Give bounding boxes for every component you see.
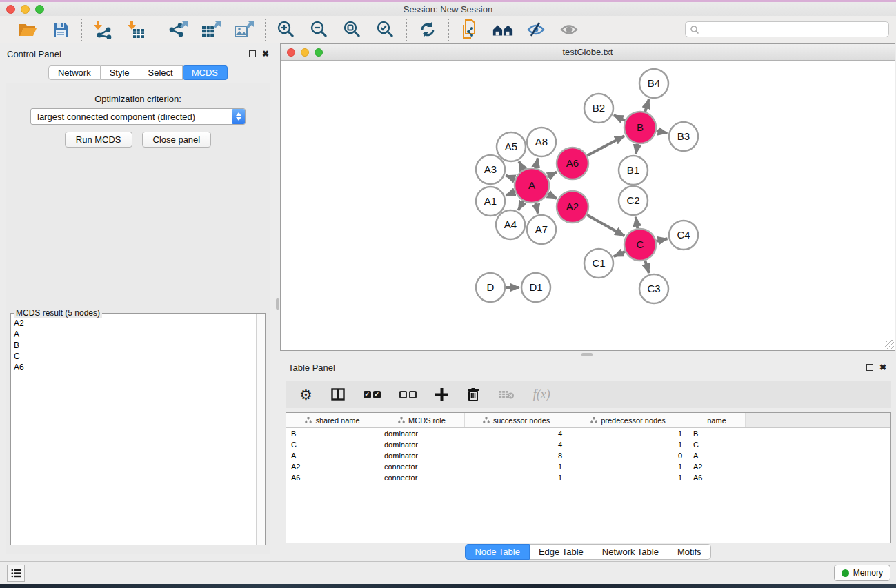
table-cell[interactable]: 1 [568, 474, 688, 482]
export-image-button[interactable] [233, 19, 255, 41]
delete-table-button[interactable] [498, 385, 515, 403]
float-panel-icon[interactable] [249, 50, 256, 57]
table-cell[interactable]: dominator [379, 429, 465, 438]
close-panel-button[interactable]: Close panel [142, 132, 212, 148]
show-all-networks-button[interactable] [492, 19, 514, 41]
show-columns-button[interactable] [331, 385, 345, 403]
close-panel-icon[interactable]: ✖ [262, 50, 269, 58]
graph-node-B4[interactable]: B4 [639, 69, 668, 98]
graph-edge-B-B2[interactable] [614, 115, 626, 121]
tab-network-table[interactable]: Network Table [593, 544, 668, 560]
graph-node-C2[interactable]: C2 [619, 186, 648, 215]
delete-column-button[interactable] [467, 385, 479, 403]
graph-edge-A-A2[interactable] [548, 194, 557, 199]
graph-edge-C-C2[interactable] [636, 217, 638, 229]
close-panel-icon[interactable]: ✖ [879, 363, 886, 372]
tab-select[interactable]: Select [139, 65, 183, 80]
column-header-MCDS-role[interactable]: MCDS role [379, 413, 465, 427]
graph-node-A3[interactable]: A3 [476, 155, 505, 184]
zoom-fit-button[interactable] [341, 19, 364, 41]
save-session-button[interactable] [50, 19, 72, 41]
table-cell[interactable]: A2 [286, 463, 379, 471]
table-cell[interactable]: dominator [379, 440, 465, 449]
table-cell[interactable]: 4 [465, 429, 568, 438]
tab-edge-table[interactable]: Edge Table [530, 544, 593, 560]
network-search-field[interactable] [685, 21, 889, 37]
graph-edge-A-A8[interactable] [536, 158, 538, 168]
table-cell[interactable]: C [688, 440, 746, 449]
zoom-selected-button[interactable] [375, 19, 397, 41]
zoom-out-button[interactable] [308, 19, 330, 41]
export-network-button[interactable] [167, 19, 189, 41]
table-cell[interactable]: 1 [465, 474, 568, 482]
run-mcds-button[interactable]: Run MCDS [65, 132, 132, 148]
graph-edge-B-B1[interactable] [636, 144, 637, 154]
column-header-shared-name[interactable]: shared name [286, 413, 379, 427]
mcds-result-item[interactable]: A6 [14, 362, 252, 373]
import-network-button[interactable] [92, 19, 114, 41]
table-cell[interactable]: 8 [465, 452, 568, 460]
table-cell[interactable]: 1 [465, 463, 568, 471]
graph-node-D[interactable]: D [476, 273, 505, 302]
graph-node-A2[interactable]: A2 [557, 191, 588, 223]
split-divider-handle-horizontal[interactable] [581, 353, 593, 356]
tab-motifs[interactable]: Motifs [668, 544, 711, 560]
graph-edge-A-A4[interactable] [518, 201, 523, 210]
graph-edge-A-A6[interactable] [548, 172, 557, 176]
network-graph[interactable]: AA1A2A3A4A5A6A7A8BB1B2B3B4CC1C2C3C4DD1 [281, 61, 895, 349]
table-settings-button[interactable]: ⚙ [299, 385, 312, 403]
table-cell[interactable]: C [286, 440, 379, 449]
graph-node-D1[interactable]: D1 [521, 273, 550, 302]
graph-node-A5[interactable]: A5 [497, 132, 526, 161]
graph-node-A[interactable]: A [515, 168, 549, 203]
table-cell[interactable]: 1 [568, 429, 688, 438]
criterion-select[interactable]: largest connected component (directed) [30, 108, 246, 125]
table-cell[interactable]: connector [379, 463, 465, 471]
graph-node-B2[interactable]: B2 [584, 94, 613, 123]
table-cell[interactable]: 1 [568, 463, 688, 471]
split-divider-handle-vertical[interactable] [276, 298, 279, 310]
column-header-successor-nodes[interactable]: successor nodes [465, 413, 568, 427]
window-resize-grip[interactable] [885, 340, 894, 349]
tab-node-table[interactable]: Node Table [465, 544, 530, 560]
graph-node-C[interactable]: C [624, 229, 656, 261]
graph-edge-A6-B[interactable] [587, 136, 624, 156]
network-canvas[interactable]: AA1A2A3A4A5A6A7A8BB1B2B3B4CC1C2C3C4DD1 [281, 61, 895, 349]
table-row[interactable]: A6connector11A6 [286, 472, 890, 483]
table-cell[interactable]: A6 [688, 474, 746, 482]
function-builder-button[interactable]: f(x) [533, 385, 550, 403]
float-panel-icon[interactable] [866, 364, 873, 371]
mcds-result-item[interactable]: B [14, 340, 252, 351]
graph-node-A4[interactable]: A4 [496, 210, 525, 239]
search-input[interactable] [699, 23, 884, 36]
mcds-result-item[interactable]: C [14, 351, 252, 362]
mcds-result-list[interactable]: A2ABCA6 [11, 316, 255, 545]
table-cell[interactable]: dominator [379, 452, 465, 460]
table-cell[interactable]: 4 [465, 440, 568, 449]
table-cell[interactable]: A6 [286, 474, 379, 482]
result-list-scrollbar[interactable] [256, 314, 265, 545]
create-column-button[interactable] [435, 385, 448, 403]
graph-edge-B-B3[interactable] [657, 131, 668, 133]
table-row[interactable]: A2connector11A2 [286, 461, 890, 472]
graph-edge-C-C4[interactable] [656, 239, 667, 241]
table-row[interactable]: Bdominator41B [286, 428, 890, 439]
refresh-network-button[interactable] [417, 19, 439, 41]
graph-node-B1[interactable]: B1 [619, 156, 648, 185]
graph-node-B3[interactable]: B3 [669, 122, 698, 151]
graph-edge-A-A1[interactable] [506, 192, 515, 195]
graph-edge-B-B4[interactable] [645, 99, 649, 112]
graph-edge-C-C3[interactable] [645, 261, 649, 273]
zoom-in-button[interactable] [275, 19, 297, 41]
column-header-name[interactable]: name [688, 413, 746, 427]
tab-style[interactable]: Style [101, 65, 139, 80]
clone-network-button[interactable] [459, 19, 481, 41]
table-row[interactable]: Cdominator41C [286, 439, 890, 450]
deselect-all-columns-button[interactable] [399, 385, 417, 403]
network-window-titlebar[interactable]: testGlobe.txt [281, 44, 895, 61]
table-cell[interactable]: 1 [568, 440, 688, 449]
column-header-predecessor-nodes[interactable]: predecessor nodes [568, 413, 688, 427]
graph-node-B[interactable]: B [624, 112, 656, 143]
tab-mcds[interactable]: MCDS [183, 65, 228, 80]
graph-edge-A-A3[interactable] [506, 176, 515, 179]
